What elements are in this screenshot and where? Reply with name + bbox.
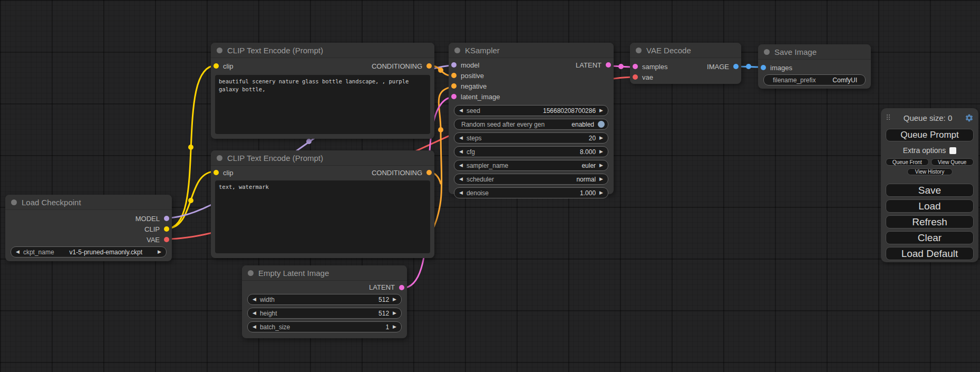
drag-handle-icon[interactable] (887, 115, 891, 121)
increment-icon[interactable]: ▶ (158, 250, 161, 254)
increment-icon[interactable]: ▶ (393, 311, 396, 316)
width-widget[interactable]: ◀ width 512 ▶ (247, 294, 402, 305)
increment-icon[interactable]: ▶ (393, 297, 396, 302)
seed-widget[interactable]: ◀ seed 156680208700286 ▶ (454, 105, 608, 116)
node-titlebar[interactable]: KSampler (449, 43, 614, 58)
collapse-dot-icon[interactable] (764, 49, 770, 55)
decrement-icon[interactable]: ◀ (459, 149, 463, 154)
increment-icon[interactable]: ▶ (599, 177, 603, 182)
input-vae[interactable]: vae (630, 72, 741, 82)
node-titlebar[interactable]: VAE Decode (630, 43, 741, 58)
conditioning-port-icon[interactable] (426, 170, 432, 175)
conditioning-port-icon[interactable] (451, 83, 457, 89)
queue-front-button[interactable]: Queue Front (886, 158, 929, 166)
queue-prompt-button[interactable]: Queue Prompt (886, 129, 974, 141)
latent-port-icon[interactable] (399, 285, 404, 290)
image-port-icon[interactable] (761, 65, 766, 70)
prompt-textarea[interactable]: beautiful scenery nature glass bottle la… (215, 75, 430, 134)
input-negative[interactable]: negative (449, 81, 614, 91)
input-positive[interactable]: positive (449, 70, 614, 81)
latent-port-icon[interactable] (451, 94, 457, 99)
toggle-icon[interactable] (598, 121, 605, 128)
input-clip[interactable]: clip (211, 62, 234, 70)
node-titlebar[interactable]: Save Image (758, 44, 871, 60)
collapse-dot-icon[interactable] (454, 47, 460, 53)
input-model[interactable]: model (449, 61, 479, 69)
refresh-button[interactable]: Refresh (886, 215, 974, 228)
denoise-widget[interactable]: ◀ denoise 1.000 ▶ (454, 187, 608, 198)
increment-icon[interactable]: ▶ (599, 108, 603, 113)
decrement-icon[interactable]: ◀ (459, 177, 463, 182)
model-port-icon[interactable] (451, 62, 457, 68)
node-titlebar[interactable]: CLIP Text Encode (Prompt) (211, 43, 434, 58)
settings-gear-icon[interactable] (965, 113, 974, 122)
image-port-icon[interactable] (733, 64, 739, 69)
input-clip[interactable]: clip (211, 169, 234, 177)
collapse-dot-icon[interactable] (248, 270, 254, 276)
node-graph-canvas[interactable]: Load Checkpoint MODEL CLIP VAE ◀ ckpt_na… (0, 0, 980, 372)
decrement-icon[interactable]: ◀ (253, 325, 256, 329)
output-vae[interactable]: VAE (5, 234, 172, 245)
view-queue-button[interactable]: View Queue (931, 158, 974, 166)
node-titlebar[interactable]: Empty Latent Image (242, 265, 407, 281)
output-latent[interactable]: LATENT (242, 281, 407, 294)
collapse-dot-icon[interactable] (217, 155, 222, 161)
load-default-button[interactable]: Load Default (886, 247, 974, 260)
vae-port-icon[interactable] (633, 74, 638, 80)
model-port-icon[interactable] (164, 216, 169, 221)
output-conditioning[interactable]: CONDITIONING (372, 62, 434, 70)
conditioning-port-icon[interactable] (451, 73, 457, 78)
decrement-icon[interactable]: ◀ (459, 163, 463, 168)
node-vae-decode[interactable]: VAE Decode samples IMAGE vae (630, 43, 741, 84)
node-load-checkpoint[interactable]: Load Checkpoint MODEL CLIP VAE ◀ ckpt_na… (5, 195, 172, 261)
node-clip-text-encode-positive[interactable]: CLIP Text Encode (Prompt) clip CONDITION… (211, 43, 434, 139)
steps-widget[interactable]: ◀ steps 20 ▶ (454, 132, 608, 144)
input-images[interactable]: images (758, 62, 871, 73)
conditioning-port-icon[interactable] (426, 63, 432, 69)
ckpt-name-widget[interactable]: ◀ ckpt_name v1-5-pruned-emaonly.ckpt ▶ (11, 246, 167, 257)
node-titlebar[interactable]: CLIP Text Encode (Prompt) (211, 150, 434, 166)
load-button[interactable]: Load (886, 199, 974, 213)
view-history-button[interactable]: View History (907, 168, 953, 175)
latent-port-icon[interactable] (606, 62, 611, 68)
node-save-image[interactable]: Save Image images filename_prefix ComfyU… (758, 44, 871, 89)
decrement-icon[interactable]: ◀ (459, 108, 463, 113)
collapse-dot-icon[interactable] (217, 47, 222, 53)
height-widget[interactable]: ◀ height 512 ▶ (247, 308, 402, 319)
output-clip[interactable]: CLIP (5, 224, 172, 234)
extra-options-checkbox[interactable] (949, 147, 956, 154)
latent-port-icon[interactable] (633, 64, 638, 69)
collapse-dot-icon[interactable] (636, 47, 642, 53)
node-ksampler[interactable]: KSampler model LATENT positive negative … (449, 43, 614, 194)
random-seed-toggle-widget[interactable]: Random seed after every gen enabled (454, 119, 608, 130)
collapse-dot-icon[interactable] (11, 199, 17, 205)
node-empty-latent-image[interactable]: Empty Latent Image LATENT ◀ width 512 ▶ … (242, 265, 407, 338)
input-latent-image[interactable]: latent_image (449, 91, 614, 102)
filename-prefix-widget[interactable]: filename_prefix ComfyUI (763, 74, 866, 85)
output-conditioning[interactable]: CONDITIONING (372, 169, 434, 177)
increment-icon[interactable]: ▶ (599, 163, 603, 168)
clip-port-icon[interactable] (214, 170, 219, 175)
output-latent[interactable]: LATENT (576, 61, 614, 69)
clip-port-icon[interactable] (164, 226, 169, 232)
increment-icon[interactable]: ▶ (599, 149, 603, 154)
decrement-icon[interactable]: ◀ (253, 311, 256, 316)
decrement-icon[interactable]: ◀ (16, 250, 20, 254)
node-clip-text-encode-negative[interactable]: CLIP Text Encode (Prompt) clip CONDITION… (211, 150, 434, 258)
output-image[interactable]: IMAGE (707, 63, 741, 71)
output-model[interactable]: MODEL (5, 213, 172, 224)
decrement-icon[interactable]: ◀ (459, 136, 463, 140)
sampler-name-widget[interactable]: ◀ sampler_name euler ▶ (454, 160, 608, 171)
increment-icon[interactable]: ▶ (393, 325, 396, 329)
vae-port-icon[interactable] (164, 237, 169, 242)
input-samples[interactable]: samples (630, 63, 667, 71)
scheduler-widget[interactable]: ◀ scheduler normal ▶ (454, 174, 608, 185)
clip-port-icon[interactable] (214, 63, 219, 69)
prompt-textarea[interactable]: text, watermark (215, 180, 430, 253)
decrement-icon[interactable]: ◀ (253, 297, 256, 302)
cfg-widget[interactable]: ◀ cfg 8.000 ▶ (454, 146, 608, 157)
increment-icon[interactable]: ▶ (599, 136, 603, 140)
clear-button[interactable]: Clear (886, 231, 974, 244)
node-titlebar[interactable]: Load Checkpoint (5, 195, 172, 210)
batch-size-widget[interactable]: ◀ batch_size 1 ▶ (247, 321, 402, 332)
